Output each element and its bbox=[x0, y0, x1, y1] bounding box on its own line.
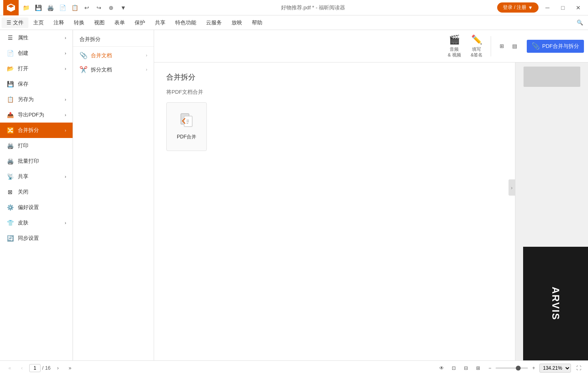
merge-content: 合并拆分 将PDF文档合并 PDF合并 bbox=[154, 62, 515, 360]
zoom-in-button[interactable]: + bbox=[530, 364, 538, 372]
product-brand-label: ARVIS bbox=[550, 287, 561, 321]
total-pages: 16 bbox=[45, 365, 50, 371]
toolbar-doc-btn[interactable]: 📋 bbox=[69, 2, 80, 13]
menu-item-file[interactable]: ☰ 文件 bbox=[2, 17, 28, 28]
menu-item-comment[interactable]: 注释 bbox=[49, 17, 69, 28]
file-menu-open[interactable]: 📂 打开 › bbox=[0, 61, 73, 76]
pdf-merge-split-button[interactable]: 📎 PDF合并与拆分 bbox=[527, 40, 584, 53]
zoom-slider[interactable] bbox=[496, 367, 528, 369]
menu-item-view[interactable]: 视图 bbox=[89, 17, 109, 28]
file-menu-sync[interactable]: 🔄 同步设置 bbox=[0, 231, 73, 246]
file-menu-print[interactable]: 🖨️ 打印 bbox=[0, 138, 73, 153]
maximize-button[interactable]: □ bbox=[556, 2, 569, 13]
save-icon: 💾 bbox=[6, 80, 14, 88]
zoom-thumb[interactable] bbox=[516, 366, 521, 371]
ribbon-area: 🎬 音频 & 视频 ✏️ 填写 &签名 ⊞ ▤ 📎 PDF合并与拆分 bbox=[154, 30, 588, 62]
merge-split-title: 合并拆分 bbox=[166, 72, 503, 82]
create-icon: 📄 bbox=[6, 50, 14, 57]
submenu-split-doc[interactable]: ✂️ 拆分文档 › bbox=[73, 62, 154, 77]
prev-page-button[interactable]: ‹ bbox=[17, 363, 27, 373]
menu-file-label: 文件 bbox=[13, 19, 24, 26]
lower-content: 合并拆分 将PDF文档合并 PDF合并 bbox=[154, 62, 588, 360]
menu-convert-label: 转换 bbox=[74, 19, 84, 26]
menu-item-help[interactable]: 帮助 bbox=[247, 17, 267, 28]
login-button[interactable]: 登录 / 注册 ▼ bbox=[497, 2, 539, 13]
submenu-merge-doc[interactable]: 📎 合并文档 › bbox=[73, 48, 154, 62]
fit-width-icon[interactable]: ⊟ bbox=[461, 364, 470, 373]
fit-page-icon[interactable]: ⊡ bbox=[449, 364, 458, 373]
file-menu-batch-print[interactable]: 🖨️ 批量打印 bbox=[0, 153, 73, 169]
file-menu-export[interactable]: 📤 导出PDF为 › bbox=[0, 107, 73, 123]
collapse-handle[interactable]: › bbox=[509, 179, 515, 196]
login-label: 登录 / 注册 bbox=[503, 4, 526, 11]
toolbar-redo-btn[interactable]: ↪ bbox=[93, 2, 105, 13]
properties-icon: ☰ bbox=[6, 34, 14, 41]
last-page-button[interactable]: » bbox=[65, 363, 75, 373]
file-menu-skin[interactable]: 👕 皮肤 › bbox=[0, 215, 73, 231]
title-text: 好物推荐.pdf * - 福昕阅读器 bbox=[129, 4, 497, 11]
file-menu-preferences[interactable]: ⚙️ 偏好设置 bbox=[0, 200, 73, 215]
menu-item-feature[interactable]: 特色功能 bbox=[170, 17, 201, 28]
preferences-icon: ⚙️ bbox=[6, 204, 14, 211]
file-menu-merge-split[interactable]: 🔀 合并拆分 › bbox=[0, 123, 73, 138]
thumbnail-view-icon[interactable]: ⊞ bbox=[474, 364, 483, 373]
ribbon-fill-sign[interactable]: ✏️ 填写 &签名 bbox=[468, 32, 486, 60]
fullscreen-button[interactable]: ⛶ bbox=[574, 364, 583, 373]
file-menu-save-as[interactable]: 📋 另存为 › bbox=[0, 92, 73, 107]
toolbar-save-btn[interactable]: 💾 bbox=[32, 2, 44, 13]
toolbar-undo-btn[interactable]: ↩ bbox=[81, 2, 92, 13]
first-page-button[interactable]: « bbox=[5, 363, 15, 373]
close-button[interactable]: ✕ bbox=[572, 2, 585, 13]
search-button[interactable]: 🔍 bbox=[573, 17, 586, 28]
file-menu-properties[interactable]: ☰ 属性 › bbox=[0, 30, 73, 45]
login-chevron-icon: ▼ bbox=[528, 5, 533, 11]
menu-item-convert[interactable]: 转换 bbox=[69, 17, 89, 28]
toolbar-more-btn[interactable]: ⊕ bbox=[105, 2, 117, 13]
view-list-button[interactable]: ▤ bbox=[509, 41, 520, 52]
ribbon-audio-video[interactable]: 🎬 音频 & 视频 bbox=[444, 32, 464, 60]
toolbar-file-btn[interactable]: 📄 bbox=[57, 2, 68, 13]
pdf-merge-card[interactable]: PDF合并 bbox=[166, 102, 207, 151]
page-number-input[interactable] bbox=[29, 364, 41, 372]
app-logo bbox=[3, 0, 19, 15]
file-menu-close[interactable]: ⊠ 关闭 bbox=[0, 184, 73, 200]
toolbar-open-btn[interactable]: 📁 bbox=[20, 2, 32, 13]
sync-icon: 🔄 bbox=[6, 235, 14, 242]
title-bar-left: 📁 💾 🖨️ 📄 📋 ↩ ↪ ⊕ ▼ bbox=[3, 0, 129, 15]
split-doc-icon: ✂️ bbox=[79, 66, 88, 73]
view-grid-button[interactable]: ⊞ bbox=[496, 41, 507, 52]
submenu-title-text: 合并拆分 bbox=[79, 36, 101, 43]
save-as-icon: 📋 bbox=[6, 96, 14, 103]
minimize-button[interactable]: ─ bbox=[541, 2, 554, 13]
nav-section: « ‹ / 16 › » bbox=[5, 363, 75, 373]
menu-comment-label: 注释 bbox=[54, 19, 64, 26]
zoom-value-select[interactable]: 50% 75% 100% 125% 134.21% 150% 200% bbox=[539, 364, 571, 373]
next-page-button[interactable]: › bbox=[53, 363, 63, 373]
right-panel: ARVIS bbox=[515, 62, 588, 360]
audio-video-icon: 🎬 bbox=[449, 34, 460, 45]
merge-split-icon: 🔀 bbox=[6, 127, 14, 134]
toolbar-dropdown-btn[interactable]: ▼ bbox=[118, 2, 129, 13]
menu-bar: ☰ 文件 主页 注释 转换 视图 表单 保护 共享 特色功能 云服务 bbox=[0, 15, 588, 30]
split-doc-label: 拆分文档 bbox=[91, 66, 112, 73]
menu-item-share[interactable]: 共享 bbox=[150, 17, 170, 28]
menu-home-label: 主页 bbox=[33, 19, 44, 26]
file-menu-share[interactable]: 📡 共享 › bbox=[0, 169, 73, 184]
toolbar-print-btn[interactable]: 🖨️ bbox=[45, 2, 56, 13]
menu-item-slideshow[interactable]: 放映 bbox=[227, 17, 247, 28]
file-menu-create[interactable]: 📄 创建 › bbox=[0, 45, 73, 61]
zoom-out-button[interactable]: − bbox=[486, 364, 494, 372]
merge-doc-icon: 📎 bbox=[79, 52, 88, 59]
export-arrow-icon: › bbox=[65, 113, 66, 117]
eye-icon[interactable]: 👁 bbox=[437, 364, 446, 373]
menu-cloud-label: 云服务 bbox=[206, 19, 222, 26]
file-menu-save[interactable]: 💾 保存 bbox=[0, 76, 73, 92]
menu-item-table[interactable]: 表单 bbox=[109, 17, 130, 28]
hamburger-icon: ☰ bbox=[6, 19, 11, 26]
menu-item-cloud[interactable]: 云服务 bbox=[201, 17, 227, 28]
pdf-merge-split-icon: 📎 bbox=[532, 42, 540, 50]
menu-item-protect[interactable]: 保护 bbox=[130, 17, 150, 28]
split-doc-arrow-icon: › bbox=[146, 67, 147, 72]
audio-video-label: 音频 & 视频 bbox=[448, 47, 461, 57]
menu-item-home[interactable]: 主页 bbox=[28, 17, 49, 28]
